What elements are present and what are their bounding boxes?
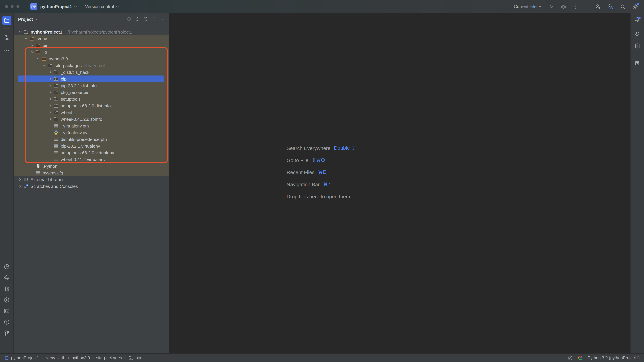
- text-file-icon: [53, 157, 59, 162]
- python-packages-button[interactable]: [3, 274, 10, 281]
- chevron-right-icon[interactable]: [48, 103, 53, 108]
- ai-assistant-button[interactable]: [634, 30, 641, 36]
- tree-row-site-packages[interactable]: site-packageslibrary root: [14, 62, 169, 69]
- highlighting-off-icon[interactable]: [567, 355, 573, 361]
- chevron-right-icon[interactable]: [48, 96, 53, 102]
- google-icon[interactable]: [578, 355, 583, 361]
- text-file-icon: [53, 136, 59, 142]
- tree-row-distutils-precedence.pth[interactable]: distutils-precedence.pth: [14, 136, 169, 142]
- chevron-right-icon[interactable]: [48, 83, 53, 88]
- hide-icon[interactable]: [160, 16, 166, 22]
- window-controls[interactable]: [5, 5, 20, 8]
- tree-row-_virtualenv.py[interactable]: _virtualenv.py: [14, 129, 169, 136]
- layers-button[interactable]: [3, 286, 10, 292]
- collapse-all-icon[interactable]: [143, 16, 149, 22]
- tree-row-pip-23.2.1.dist-info[interactable]: pip-23.2.1.dist-info: [14, 82, 169, 89]
- chevron-right-icon[interactable]: [30, 42, 35, 48]
- chevron-down-icon[interactable]: [36, 56, 41, 62]
- chevron-down-icon[interactable]: [42, 63, 47, 68]
- structure-tool-window-button[interactable]: [3, 34, 10, 41]
- more-options-icon[interactable]: [572, 3, 580, 10]
- chevron-right-icon[interactable]: [48, 70, 53, 75]
- tree-row-_distutils_hack[interactable]: _distutils_hack: [14, 69, 169, 76]
- problems-button[interactable]: [3, 319, 10, 326]
- tree-row-.venv[interactable]: .venv: [14, 35, 169, 42]
- shortcut-hint: Recent Files⌘E: [286, 166, 356, 178]
- window-zoom-button[interactable]: [16, 5, 20, 8]
- left-tool-strip: [0, 14, 14, 353]
- notifications-dot: [638, 17, 641, 19]
- version-control-menu[interactable]: Version control: [85, 4, 120, 9]
- debug-button[interactable]: [560, 3, 567, 10]
- chevron-right-icon[interactable]: [18, 184, 23, 189]
- tree-row-setuptools-68.2.0.dist-info[interactable]: setuptools-68.2.0.dist-info: [14, 102, 169, 109]
- tree-row-python3.9[interactable]: python3.9: [14, 55, 169, 62]
- pie-chart-button[interactable]: [3, 263, 10, 270]
- breadcrumb-separator: ›: [124, 356, 126, 360]
- tree-item-label: pyvenv.cfg: [42, 170, 63, 175]
- breadcrumb-.venv[interactable]: .venv: [45, 356, 55, 360]
- tree-row-lib[interactable]: lib: [14, 49, 169, 55]
- tree-row-setuptools[interactable]: setuptools: [14, 96, 169, 102]
- project-panel-title[interactable]: Project: [18, 16, 33, 22]
- chevron-down-icon[interactable]: [24, 36, 29, 41]
- breadcrumb-site-packages[interactable]: site-packages: [96, 356, 122, 360]
- tree-row-_virtualenv.pth[interactable]: _virtualenv.pth: [14, 122, 169, 129]
- package-icon: [53, 90, 59, 95]
- notifications-button[interactable]: [634, 16, 641, 23]
- chevron-right-icon[interactable]: [48, 116, 53, 122]
- window-minimize-button[interactable]: [11, 5, 14, 8]
- tree-row-pyvenv.cfg[interactable]: pyvenv.cfg: [14, 170, 169, 176]
- tree-row-wheel[interactable]: wheel: [14, 109, 169, 116]
- tree-row-.Python[interactable]: .Python: [14, 163, 169, 170]
- expand-all-icon[interactable]: [134, 16, 140, 22]
- text-file-icon: [53, 123, 59, 128]
- chevron-down-icon[interactable]: [18, 29, 23, 34]
- tree-row-pkg_resources[interactable]: pkg_resources: [14, 89, 169, 96]
- locate-icon[interactable]: [126, 16, 132, 22]
- titlebar-actions: Current File: [514, 3, 644, 10]
- chevron-right-icon[interactable]: [48, 76, 53, 82]
- chevron-right-icon[interactable]: [48, 90, 53, 95]
- tree-row-Scratches and Consoles[interactable]: Scratches and Consoles: [14, 183, 169, 190]
- tree-row-External Libraries[interactable]: External Libraries: [14, 176, 169, 183]
- run-configuration-selector[interactable]: Current File: [514, 4, 542, 9]
- tree-row-pip[interactable]: pip: [14, 76, 169, 82]
- folder-brown-icon: [35, 42, 40, 48]
- settings-icon[interactable]: [632, 3, 639, 10]
- chevron-right-icon[interactable]: [18, 177, 23, 182]
- tree-row-pip-23.2.1.virtualenv[interactable]: pip-23.2.1.virtualenv: [14, 142, 169, 149]
- interpreter-widget[interactable]: Python 3.9 (pythonProject1): [588, 356, 640, 360]
- tree-item-label: setuptools: [61, 96, 81, 102]
- documentation-button[interactable]: [634, 60, 641, 67]
- tree-row-bin[interactable]: bin: [14, 42, 169, 49]
- breadcrumb-separator: ›: [58, 356, 59, 360]
- chevron-right-icon[interactable]: [48, 110, 53, 115]
- tree-row-pythonProject1[interactable]: pythonProject1~/PycharmProjects/pythonPr…: [14, 28, 169, 35]
- chevron-down-icon[interactable]: [30, 49, 35, 55]
- more-options-v-icon[interactable]: [151, 16, 157, 22]
- breadcrumb-pythonProject1[interactable]: pythonProject1: [4, 356, 39, 360]
- services-button[interactable]: [3, 296, 10, 303]
- scratches-icon: [23, 184, 28, 189]
- translate-icon[interactable]: [607, 3, 614, 10]
- more-tool-windows-button[interactable]: [3, 47, 10, 54]
- run-button[interactable]: [547, 3, 555, 10]
- project-tool-window-button[interactable]: [2, 16, 12, 25]
- search-icon[interactable]: [619, 3, 626, 10]
- breadcrumb-python3.9[interactable]: python3.9: [72, 356, 90, 360]
- tree-row-wheel-0.41.2.dist-info[interactable]: wheel-0.41.2.dist-info: [14, 116, 169, 122]
- shortcut-hint: Search EverywhereDouble ⇧: [286, 142, 356, 154]
- chevron-down-icon[interactable]: [34, 17, 38, 21]
- breadcrumb-pip[interactable]: pip: [128, 355, 141, 360]
- tree-row-setuptools-68.2.0.virtualenv[interactable]: setuptools-68.2.0.virtualenv: [14, 149, 169, 156]
- window-close-button[interactable]: [5, 5, 8, 8]
- project-menu[interactable]: pythonProject1: [40, 4, 78, 9]
- git-branch-button[interactable]: [3, 330, 10, 336]
- editor-area[interactable]: Search EverywhereDouble ⇧Go to File⇧⌘ORe…: [169, 14, 630, 353]
- add-user-icon[interactable]: [594, 3, 602, 10]
- breadcrumb-lib[interactable]: lib: [61, 356, 66, 360]
- terminal-button[interactable]: [3, 308, 10, 314]
- database-button[interactable]: [634, 42, 641, 49]
- tree-row-wheel-0.41.2.virtualenv[interactable]: wheel-0.41.2.virtualenv: [14, 156, 169, 163]
